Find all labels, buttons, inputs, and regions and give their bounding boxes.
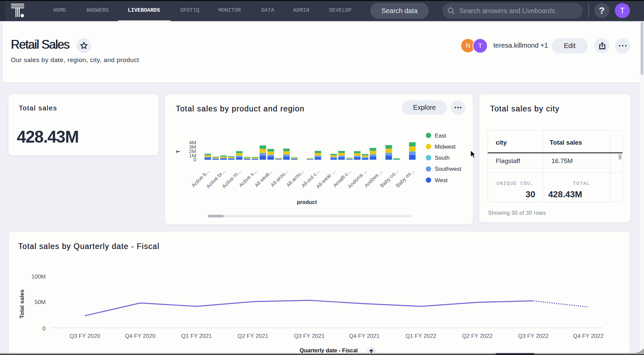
svg-text:Q2 FY 2022: Q2 FY 2022 [462,333,492,339]
svg-text:Q3 FY 2022: Q3 FY 2022 [518,333,548,339]
svg-text:Q3 FY 2021: Q3 FY 2021 [294,333,324,339]
svg-text:Q4 FY 2021: Q4 FY 2021 [349,333,379,339]
svg-text:30: 30 [526,189,535,199]
svg-text:Q1 FY 2021: Q1 FY 2021 [181,333,212,339]
svg-text:TOTAL: TOTAL [573,181,590,186]
svg-text:0: 0 [43,325,46,332]
svg-text:Q4 FY 2020: Q4 FY 2020 [125,333,155,339]
svg-text:Q1 FY 2022: Q1 FY 2022 [406,333,436,339]
svg-text:Total sales: Total sales [19,290,25,319]
svg-text:West: West [435,177,448,184]
svg-text:16.75M: 16.75M [551,157,573,164]
svg-text:Q3 FY 2020: Q3 FY 2020 [69,333,100,339]
svg-text:428.43M: 428.43M [548,189,582,199]
svg-text:East: East [435,133,446,139]
svg-text:50M: 50M [35,299,46,305]
svg-text:Q4 FY 2022: Q4 FY 2022 [573,333,603,339]
svg-text:product: product [297,199,317,205]
svg-text:0: 0 [193,157,196,162]
svg-text:Southwest: Southwest [435,166,462,172]
svg-text:South: South [435,155,449,161]
svg-text:Flagstaff: Flagstaff [496,157,520,164]
svg-text:Q2 FY 2021: Q2 FY 2021 [237,333,268,339]
svg-text:100M: 100M [31,273,46,280]
svg-text:Total sales: Total sales [550,139,582,146]
svg-text:Midwest: Midwest [435,144,456,150]
svg-text:UNIQUE COU…: UNIQUE COU… [496,181,534,186]
svg-text:Quarterly date - Fiscal: Quarterly date - Fiscal [300,347,358,353]
svg-text:T: T [175,150,181,153]
svg-text:city: city [496,139,507,146]
